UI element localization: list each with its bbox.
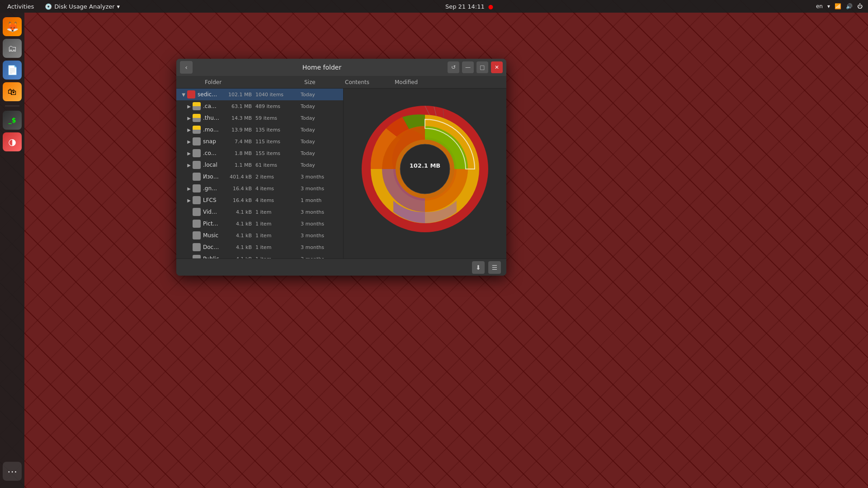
folder-contents: 4 items: [255, 186, 301, 192]
dock-icon-files[interactable]: 🗂: [3, 39, 22, 58]
table-row[interactable]: Public4.1 kB1 item3 months: [176, 253, 343, 258]
folder-contents: 1 item: [255, 209, 301, 215]
table-row[interactable]: Pictures4.1 kB1 item3 months: [176, 218, 343, 230]
svg-point-3: [400, 144, 450, 194]
folder-contents: 135 items: [255, 127, 301, 133]
folder-modified: Today: [301, 162, 341, 168]
table-row[interactable]: ▶LFCS16.4 kB4 items1 month: [176, 194, 343, 206]
folder-icon: [193, 149, 201, 157]
folder-icon: [187, 90, 195, 99]
folder-name: sedicomm-university: [198, 91, 219, 98]
folder-modified: 3 months: [301, 209, 341, 215]
folder-name: .mozilla: [203, 127, 219, 133]
show-apps-button[interactable]: ⋯: [3, 462, 22, 481]
list-view-button[interactable]: ☰: [488, 261, 501, 274]
expand-arrow[interactable]: ▶: [185, 127, 193, 132]
expand-arrow[interactable]: ▶: [185, 186, 193, 191]
folder-modified: Today: [301, 139, 341, 145]
folder-size: 16.4 kB: [219, 197, 255, 203]
col-header-size: Size: [304, 79, 345, 85]
expand-arrow[interactable]: ▶: [185, 198, 193, 203]
expand-arrow[interactable]: ▶: [185, 163, 193, 168]
folder-size: 4.1 kB: [219, 221, 255, 227]
dock-icon-firefox[interactable]: 🦊: [3, 17, 22, 36]
taskbar: Activities 💿 Disk Usage Analyzer ▾ Sep 2…: [0, 0, 868, 13]
app-indicator[interactable]: 💿 Disk Usage Analyzer ▾: [42, 2, 123, 11]
recording-indicator: ●: [488, 3, 493, 10]
back-button[interactable]: ‹: [180, 61, 193, 74]
dock-icon-disk-analyzer[interactable]: ◑: [3, 132, 22, 151]
table-row[interactable]: ▶.thunderbird14.3 MB59 itemsToday: [176, 112, 343, 124]
volume-icon: 🔊: [846, 3, 853, 9]
col-header-folder: Folder: [205, 79, 304, 85]
folder-size: 4.1 kB: [219, 233, 255, 239]
folder-size: 102.1 MB: [219, 92, 255, 98]
folder-contents: 2 items: [255, 174, 301, 180]
expand-arrow[interactable]: ▶: [185, 139, 193, 144]
minimize-button[interactable]: —: [462, 61, 474, 73]
expand-arrow[interactable]: ▶: [185, 104, 193, 109]
table-row[interactable]: ▶.gnupg16.4 kB4 items3 months: [176, 183, 343, 194]
folder-size: 4.1 kB: [219, 209, 255, 215]
folder-contents: 1 item: [255, 244, 301, 250]
folder-modified: Today: [301, 92, 341, 98]
expand-arrow[interactable]: ▶: [185, 151, 193, 156]
file-list: ▼sedicomm-university102.1 MB1040 itemsTo…: [176, 89, 344, 258]
dock-icon-text-editor[interactable]: 📄: [3, 61, 22, 80]
activities-button[interactable]: Activities: [5, 2, 37, 11]
table-row[interactable]: Изображения401.4 kB2 items3 months: [176, 171, 343, 183]
folder-modified: Today: [301, 150, 341, 156]
table-row[interactable]: ▶.config1.8 MB155 itemsToday: [176, 147, 343, 159]
col-header-contents: Contents: [345, 79, 395, 85]
folder-icon: [193, 208, 201, 216]
folder-name: .cache: [203, 103, 219, 109]
table-row[interactable]: Videos4.1 kB1 item3 months: [176, 206, 343, 218]
folder-size: 401.4 kB: [219, 174, 255, 180]
expand-arrow[interactable]: ▼: [180, 92, 187, 97]
expand-arrow[interactable]: ▶: [185, 116, 193, 121]
folder-modified: 3 months: [301, 174, 341, 180]
folder-modified: Today: [301, 127, 341, 133]
table-row[interactable]: ▼sedicomm-university102.1 MB1040 itemsTo…: [176, 89, 343, 100]
table-row[interactable]: ▶.local1.1 MB61 itemsToday: [176, 159, 343, 171]
folder-name: .config: [203, 150, 219, 156]
folder-contents: 115 items: [255, 139, 301, 145]
folder-icon: [193, 114, 201, 122]
folder-name: Изображения: [203, 174, 219, 180]
dock-icon-store[interactable]: 🛍: [3, 82, 22, 101]
datetime-label: Sep 21 14:11: [445, 3, 485, 10]
folder-icon: [193, 126, 201, 134]
folder-modified: 3 months: [301, 186, 341, 192]
folder-icon: [193, 231, 201, 239]
refresh-button[interactable]: ↺: [448, 61, 459, 73]
table-row[interactable]: Documents4.1 kB1 item3 months: [176, 241, 343, 253]
table-row[interactable]: Music4.1 kB1 item3 months: [176, 230, 343, 241]
dock-icon-terminal[interactable]: _$: [3, 111, 22, 130]
bottom-bar: ⬇ ☰: [176, 258, 506, 276]
lang-label[interactable]: en: [816, 3, 823, 9]
table-row[interactable]: ▶snap7.4 MB115 itemsToday: [176, 136, 343, 147]
lang-arrow: ▾: [827, 3, 830, 9]
main-window: ‹ Home folder ↺ — □ ✕ Folder Size Conten…: [176, 59, 506, 276]
folder-name: LFCS: [203, 197, 219, 203]
folder-contents: 59 items: [255, 115, 301, 121]
folder-icon: [193, 255, 201, 258]
close-button[interactable]: ✕: [491, 61, 503, 73]
folder-size: 4.1 kB: [219, 244, 255, 250]
chevron-down-icon: ▾: [117, 3, 120, 10]
table-row[interactable]: ▶.mozilla13.9 MB135 itemsToday: [176, 124, 343, 136]
table-row[interactable]: ▶.cache63.1 MB489 itemsToday: [176, 100, 343, 112]
folder-name: Videos: [203, 209, 219, 215]
list-icon: ☰: [492, 264, 498, 271]
folder-icon: [193, 137, 201, 145]
folder-modified: Today: [301, 115, 341, 121]
folder-contents: 4 items: [255, 197, 301, 203]
folder-contents: 1 item: [255, 221, 301, 227]
download-icon: ⬇: [476, 264, 481, 271]
disk-icon: 💿: [45, 3, 52, 10]
folder-contents: 1 item: [255, 233, 301, 239]
folder-icon: [193, 102, 201, 110]
download-view-button[interactable]: ⬇: [472, 261, 485, 274]
maximize-button[interactable]: □: [476, 61, 488, 73]
folder-name: .gnupg: [203, 185, 219, 192]
